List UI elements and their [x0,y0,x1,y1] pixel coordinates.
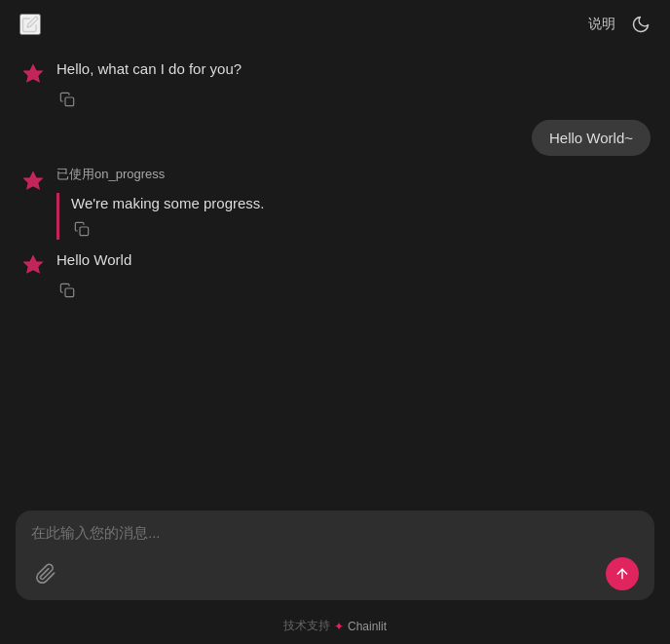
message-row: Hello, what can I do for you? [19,58,651,110]
chat-area: Hello, what can I do for you? Hello Worl… [0,49,670,499]
attach-button[interactable] [31,559,60,588]
bot-content-tool: 已使用on_progress We're making some progres… [56,166,265,241]
send-button[interactable] [606,557,639,590]
bot-message-container: Hello, what can I do for you? [19,58,242,110]
theme-toggle-button[interactable] [631,15,651,34]
header-right: 说明 [588,15,651,34]
docs-button[interactable]: 说明 [588,16,615,33]
svg-rect-0 [65,97,74,106]
bot-blockquote: We're making some progress. [56,193,265,241]
copy-button2[interactable] [56,280,78,301]
bot-content2: Hello World [56,249,131,301]
copy-button[interactable] [56,89,78,110]
chainlit-logo-icon: ✦ [334,620,344,633]
header-left [19,14,41,35]
input-area [0,499,670,612]
input-actions [31,557,639,590]
bot-message-text2: Hello World [56,249,131,272]
bot-avatar-tool [19,168,47,195]
bot-avatar2 [19,251,47,279]
user-bubble: Hello World~ [532,120,651,156]
bot-avatar [19,60,47,88]
bot-content: Hello, what can I do for you? [56,58,242,110]
footer-prefix: 技术支持 [283,618,330,634]
footer: 技术支持 ✦ Chainlit [0,612,670,644]
blockquote-text: We're making some progress. [71,195,265,211]
message-row-user: Hello World~ [19,120,651,156]
new-chat-button[interactable] [19,14,41,35]
bot-message-container-tool: 已使用on_progress We're making some progres… [19,166,265,241]
bot-message-text: Hello, what can I do for you? [56,58,242,81]
message-row-bot2: Hello World [19,249,651,301]
tool-label: 已使用on_progress [56,166,265,183]
copy-button-tool[interactable] [71,218,93,240]
message-input[interactable] [31,524,639,548]
bot-message-container2: Hello World [19,249,131,301]
svg-rect-1 [80,227,89,236]
header: 说明 [0,0,670,49]
footer-brand: Chainlit [348,620,387,633]
input-box [16,511,654,600]
message-row-tool: 已使用on_progress We're making some progres… [19,166,651,241]
svg-rect-2 [65,288,74,297]
